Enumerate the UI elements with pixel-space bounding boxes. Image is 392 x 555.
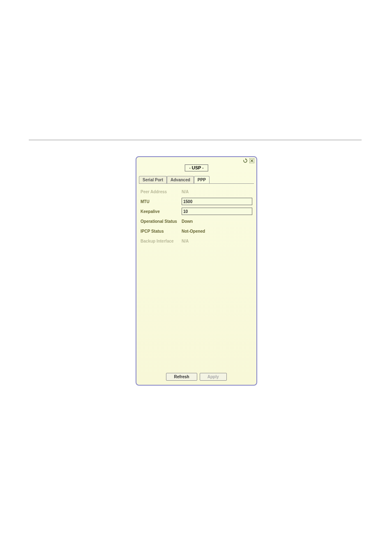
tab-advanced[interactable]: Advanced [167,176,194,183]
title-dot-left: · [189,166,191,171]
keepalive-input[interactable] [182,208,252,215]
refresh-button[interactable]: Refresh [166,373,197,381]
field-operational-status: Operational Status Down [141,217,252,225]
mtu-label: MTU [141,199,182,204]
ipcp-status-label: IPCP Status [141,229,182,234]
title-text: USP [192,165,201,170]
usp-dialog: · USP · Serial Port Advanced PPP Peer Ad… [136,156,257,386]
title-dot-right: · [202,166,203,171]
tab-serial-port[interactable]: Serial Port [139,176,167,183]
apply-button[interactable]: Apply [200,373,227,381]
dialog-header: · USP · [136,157,256,170]
backup-interface-value: N/A [182,239,252,243]
backup-interface-label: Backup Interface [141,239,182,243]
field-peer-address: Peer Address N/A [141,188,252,195]
field-ipcp-status: IPCP Status Not-Opened [141,227,252,235]
field-mtu: MTU [141,198,252,205]
peer-address-value: N/A [182,190,252,194]
tab-ppp[interactable]: PPP [194,176,210,183]
tabs: Serial Port Advanced PPP [139,176,256,183]
field-backup-interface: Backup Interface N/A [141,237,252,245]
horizontal-separator [29,140,362,140]
mtu-input[interactable] [182,198,252,205]
operational-status-value: Down [182,219,252,224]
field-keepalive: Keepalive [141,208,252,215]
dialog-buttons: Refresh Apply [136,373,256,381]
keepalive-label: Keepalive [141,209,182,214]
refresh-icon[interactable] [242,158,248,164]
ipcp-status-value: Not-Opened [182,229,252,234]
header-icons [242,158,255,164]
dialog-title: · USP · [185,164,208,171]
close-icon[interactable] [249,158,255,164]
operational-status-label: Operational Status [141,219,182,224]
tab-content-ppp: Peer Address N/A MTU Keepalive Operation… [139,183,254,251]
peer-address-label: Peer Address [141,190,182,194]
